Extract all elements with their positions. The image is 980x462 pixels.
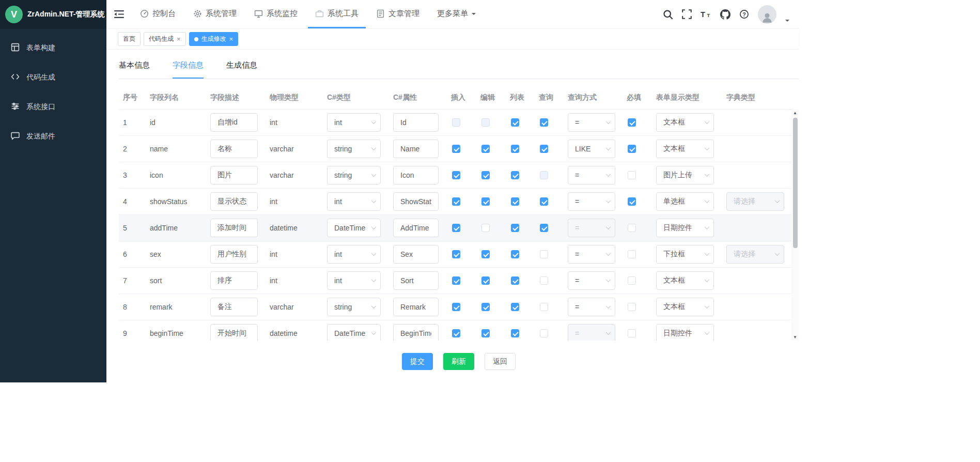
tag-close-icon[interactable]: × xyxy=(177,36,181,42)
edit-checkbox[interactable] xyxy=(481,250,490,258)
field-description-input[interactable] xyxy=(210,245,258,264)
help-icon[interactable]: ? xyxy=(739,9,749,19)
list-checkbox[interactable] xyxy=(511,329,519,337)
query-mode-select[interactable]: = xyxy=(568,271,615,290)
query-mode-select[interactable]: = xyxy=(568,113,615,132)
required-checkbox[interactable] xyxy=(628,145,636,153)
query-mode-select[interactable]: = xyxy=(568,298,615,316)
edit-checkbox[interactable] xyxy=(481,329,490,337)
list-checkbox[interactable] xyxy=(511,197,519,206)
field-description-input[interactable] xyxy=(210,113,258,132)
sidebar-item-system-api[interactable]: 系统接口 xyxy=(0,92,106,121)
display-type-select[interactable]: 单选框 xyxy=(656,192,714,211)
insert-checkbox[interactable] xyxy=(452,250,460,258)
cs-type-select[interactable]: DateTime xyxy=(327,324,381,341)
cs-type-select[interactable]: string xyxy=(327,140,381,158)
display-type-select[interactable]: 日期控件 xyxy=(656,324,714,341)
required-checkbox[interactable] xyxy=(628,276,636,285)
tab-field-info[interactable]: 字段信息 xyxy=(173,59,204,79)
field-description-input[interactable] xyxy=(210,324,258,341)
cs-property-input[interactable] xyxy=(393,140,439,158)
query-checkbox[interactable] xyxy=(540,118,548,127)
list-checkbox[interactable] xyxy=(511,118,519,127)
display-type-select[interactable]: 文本框 xyxy=(656,140,714,158)
scrollbar-thumb[interactable] xyxy=(793,118,798,248)
required-checkbox[interactable] xyxy=(628,197,636,206)
cs-type-select[interactable]: DateTime xyxy=(327,219,381,237)
submit-button[interactable]: 提交 xyxy=(402,353,433,370)
sidebar-item-form-build[interactable]: 表单构建 xyxy=(0,33,106,63)
font-size-icon[interactable]: TT xyxy=(701,10,711,19)
insert-checkbox[interactable] xyxy=(452,224,460,232)
insert-checkbox[interactable] xyxy=(452,171,460,179)
edit-checkbox[interactable] xyxy=(481,224,490,232)
list-checkbox[interactable] xyxy=(511,145,519,153)
search-icon[interactable] xyxy=(663,9,673,20)
list-checkbox[interactable] xyxy=(511,250,519,258)
nav-item-more-menu[interactable]: 更多菜单 xyxy=(430,0,483,28)
back-button[interactable]: 返回 xyxy=(485,353,516,370)
cs-property-input[interactable] xyxy=(393,166,439,184)
cs-property-input[interactable] xyxy=(393,245,439,264)
nav-item-dashboard[interactable]: 控制台 xyxy=(133,0,183,28)
sidebar-item-code-gen[interactable]: 代码生成 xyxy=(0,63,106,92)
query-checkbox[interactable] xyxy=(540,329,548,337)
edit-checkbox[interactable] xyxy=(481,145,490,153)
required-checkbox[interactable] xyxy=(628,250,636,258)
query-mode-select[interactable]: = xyxy=(568,245,615,264)
required-checkbox[interactable] xyxy=(628,329,636,337)
query-checkbox[interactable] xyxy=(540,145,548,153)
required-checkbox[interactable] xyxy=(628,171,636,179)
field-description-input[interactable] xyxy=(210,166,258,184)
cs-type-select[interactable]: int xyxy=(327,192,381,211)
insert-checkbox[interactable] xyxy=(452,276,460,285)
query-mode-select[interactable]: = xyxy=(568,192,615,211)
cs-property-input[interactable] xyxy=(393,192,439,211)
cs-type-select[interactable]: string xyxy=(327,166,381,184)
field-description-input[interactable] xyxy=(210,219,258,237)
query-mode-select[interactable]: = xyxy=(568,166,615,184)
nav-item-system-tools[interactable]: 系统工具 xyxy=(308,0,366,28)
cs-type-select[interactable]: string xyxy=(327,298,381,316)
field-description-input[interactable] xyxy=(210,192,258,211)
display-type-select[interactable]: 日期控件 xyxy=(656,219,714,237)
cs-property-input[interactable] xyxy=(393,113,439,132)
nav-item-article-manage[interactable]: 文章管理 xyxy=(369,0,427,28)
field-description-input[interactable] xyxy=(210,140,258,158)
fullscreen-icon[interactable] xyxy=(682,9,692,19)
cs-type-select[interactable]: int xyxy=(327,271,381,290)
tag-home[interactable]: 首页 xyxy=(118,32,141,46)
nav-item-system-manage[interactable]: 系统管理 xyxy=(186,0,244,28)
sidebar-toggle-icon[interactable] xyxy=(114,0,125,28)
scroll-up-icon[interactable]: ▲ xyxy=(791,109,799,116)
github-icon[interactable] xyxy=(720,9,730,20)
cs-type-select[interactable]: int xyxy=(327,113,381,132)
tab-basic-info[interactable]: 基本信息 xyxy=(119,59,150,79)
edit-checkbox[interactable] xyxy=(481,171,490,179)
list-checkbox[interactable] xyxy=(511,224,519,232)
insert-checkbox[interactable] xyxy=(452,329,460,337)
display-type-select[interactable]: 文本框 xyxy=(656,298,714,316)
query-checkbox[interactable] xyxy=(540,250,548,258)
insert-checkbox[interactable] xyxy=(452,303,460,311)
query-mode-select[interactable]: LIKE xyxy=(568,140,615,158)
cs-property-input[interactable] xyxy=(393,324,439,341)
cs-property-input[interactable] xyxy=(393,271,439,290)
query-checkbox[interactable] xyxy=(540,197,548,206)
edit-checkbox[interactable] xyxy=(481,303,490,311)
user-avatar[interactable] xyxy=(758,5,776,24)
edit-checkbox[interactable] xyxy=(481,276,490,285)
query-checkbox[interactable] xyxy=(540,224,548,232)
list-checkbox[interactable] xyxy=(511,303,519,311)
edit-checkbox[interactable] xyxy=(481,197,490,206)
required-checkbox[interactable] xyxy=(628,303,636,311)
required-checkbox[interactable] xyxy=(628,118,636,127)
insert-checkbox[interactable] xyxy=(452,145,460,153)
list-checkbox[interactable] xyxy=(511,276,519,285)
tag-gen-edit[interactable]: 生成修改 × xyxy=(189,32,239,46)
tab-gen-info[interactable]: 生成信息 xyxy=(226,59,257,79)
required-checkbox[interactable] xyxy=(628,224,636,232)
insert-checkbox[interactable] xyxy=(452,197,460,206)
display-type-select[interactable]: 文本框 xyxy=(656,271,714,290)
cs-type-select[interactable]: int xyxy=(327,245,381,264)
